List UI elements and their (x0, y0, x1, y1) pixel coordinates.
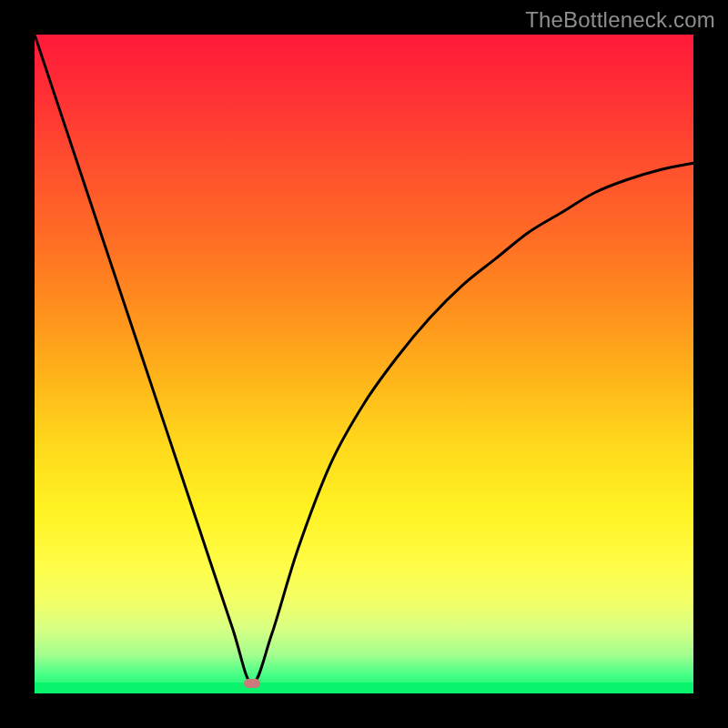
minimum-marker (244, 679, 260, 688)
watermark-text: TheBottleneck.com (525, 7, 715, 33)
bottleneck-curve (35, 35, 693, 683)
curve-layer (35, 35, 693, 693)
plot-area (35, 35, 693, 693)
chart-frame: TheBottleneck.com (0, 0, 728, 728)
